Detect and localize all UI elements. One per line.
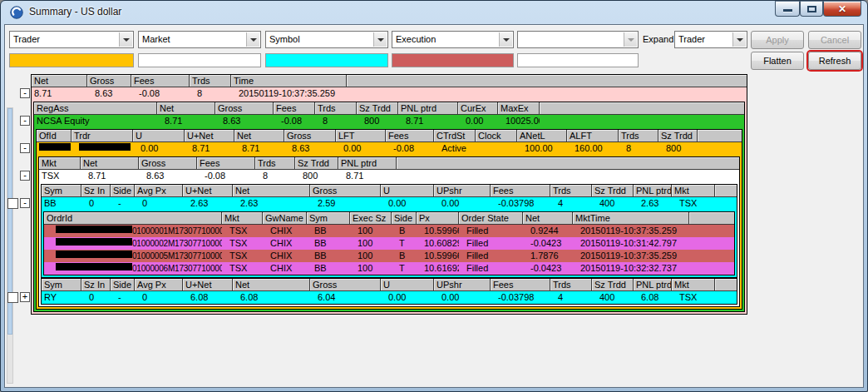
apply-button[interactable]: Apply [751, 31, 804, 49]
title-bar[interactable]: Summary - US dollar ✕ [1, 1, 867, 24]
header-cell: Net [157, 102, 215, 114]
data-cell: 20150119-10:37:35.259 [231, 87, 347, 100]
header-cell: Fees [491, 279, 550, 290]
header-cell: Trds [255, 157, 295, 169]
data-cell: TSX [672, 197, 715, 210]
header-cell: Avg Px [135, 185, 183, 196]
header-cell: Trds [550, 279, 592, 290]
ofid-row[interactable]: 0.008.718.718.630.00-0.08Active100.00160… [37, 142, 742, 155]
header-cell: Sym [307, 212, 350, 224]
header-cell: Sym [42, 279, 81, 290]
orders-row[interactable]: 01000006M173077100000TSXCHIXBB100T10.616… [44, 262, 734, 275]
vertical-scrollbar[interactable] [7, 107, 13, 384]
orders-group: OrdrIdMktGwNameSymExec SzSidePxOrder Sta… [42, 210, 737, 277]
refresh-button[interactable]: Refresh [808, 52, 861, 70]
maximize-button[interactable] [800, 1, 823, 17]
data-cell: CHIX [263, 250, 307, 262]
header-cell: Net [233, 279, 310, 290]
summary-expander[interactable]: - [20, 88, 30, 98]
dropdown-arrow-button[interactable] [119, 32, 132, 47]
execution-filter-field[interactable] [392, 53, 514, 67]
data-cell: 0 [81, 197, 111, 210]
sym_ry-row[interactable]: RY0-06.086.086.040.000.00-0.0379844006.0… [42, 291, 737, 304]
orders-row[interactable]: 01000001M173077100000TSXCHIXBB100B10.599… [44, 225, 734, 237]
data-cell: 0.00 [434, 197, 491, 210]
dropdown-arrow-button[interactable] [499, 32, 512, 47]
header-cell: U+Net [183, 185, 233, 196]
orders-row[interactable]: 01000005M173077100000TSXCHIXBB100B10.599… [44, 250, 734, 262]
data-cell: 01000002M173077100000 [44, 237, 222, 250]
data-cell: 800 [295, 170, 338, 182]
header-cell: Fees [131, 75, 190, 87]
dropdown-arrow-button[interactable] [373, 32, 387, 47]
orders-row[interactable]: 01000002M173077100000TSXCHIXBB100T10.608… [44, 237, 734, 250]
filler-cell [689, 250, 734, 262]
summary-row[interactable]: 8.718.63-0.08820150119-10:37:35.259 [32, 87, 747, 100]
execution-filter-dropdown[interactable]: Execution [392, 31, 514, 48]
minimize-button[interactable] [775, 1, 800, 17]
data-cell: NCSA Equity [34, 115, 157, 127]
mkt-row[interactable]: TSX8.718.63-0.0888008.71 [39, 170, 739, 182]
symbol-filter-dropdown[interactable]: Symbol [265, 31, 388, 48]
ofid-expander[interactable]: - [20, 143, 30, 153]
expand-dropdown-value: Trader [678, 34, 705, 44]
data-cell: 2.59 [310, 197, 381, 210]
header-cell: OfId [37, 130, 72, 141]
header-cell: Trds [190, 75, 231, 87]
close-button[interactable]: ✕ [823, 1, 861, 17]
header-cell: LFT [336, 130, 386, 141]
data-cell: 8.71 [32, 87, 87, 100]
flatten-button[interactable]: Flatten [751, 52, 804, 70]
data-cell: 20150119-10:31:42.797 [573, 237, 689, 250]
market-filter-dropdown[interactable]: Market [138, 31, 261, 48]
header-cell: Sz Trdd [295, 157, 338, 169]
filler-cell [397, 170, 739, 182]
sym_bb-expander[interactable]: - [20, 198, 30, 208]
data-cell: 8 [255, 170, 295, 182]
cancel-button[interactable]: Cancel [808, 31, 861, 49]
header-cell: Sz Trdd [592, 279, 634, 290]
sym_ry-expander[interactable]: + [20, 292, 30, 302]
symbol-filter-field[interactable] [265, 53, 388, 67]
dropdown-arrow-button[interactable] [246, 32, 259, 47]
data-cell: 160.00 [567, 142, 619, 155]
data-cell: 8.71 [81, 170, 139, 182]
header-cell: CurEx [458, 102, 498, 114]
header-cell: ALFT [567, 130, 619, 141]
expand-dropdown[interactable]: Trader [674, 31, 747, 48]
data-cell: 8.63 [215, 115, 274, 127]
sym_bb-row-checkbox[interactable] [7, 198, 18, 209]
data-cell: 2.63 [183, 197, 233, 210]
mkt-header-row: MktNetGrossFeesTrdsSz TrddPNL ptrd [39, 157, 739, 170]
extra-filter-field[interactable] [517, 53, 639, 67]
data-cell: 0.00 [336, 142, 386, 155]
redacted-value [56, 238, 132, 246]
header-cell: Net [234, 130, 284, 141]
data-cell: 10.608294 [417, 237, 459, 250]
data-cell: TSX [222, 237, 263, 250]
market-table: MktNetGrossFeesTrdsSz TrddPNL ptrdTSX8.7… [38, 156, 740, 307]
header-cell: U [381, 279, 434, 290]
header-cell: PNL ptrd [398, 102, 458, 114]
header-cell: Mkt [39, 157, 81, 169]
market-filter-field[interactable] [138, 53, 261, 67]
data-cell: 8.63 [284, 142, 336, 155]
header-cell: U+Net [185, 130, 234, 141]
sym_ry-row-checkbox[interactable] [7, 292, 18, 303]
regass-expander[interactable]: - [20, 116, 30, 126]
trader-filter-dropdown[interactable]: Trader [9, 31, 134, 48]
data-cell: 6.08 [183, 291, 233, 304]
regass-row[interactable]: NCSA Equity8.718.63-0.0888008.710.001002… [34, 115, 744, 127]
data-cell: - [111, 197, 135, 210]
header-cell: ANetL [517, 130, 567, 141]
filler-cell [347, 75, 747, 87]
sym_bb-row[interactable]: BB0-02.632.632.590.000.00-0.0379844002.6… [42, 197, 737, 210]
header-cell: PNL ptrd [338, 157, 397, 169]
trader-filter-field[interactable] [9, 53, 134, 67]
header-cell: Px [417, 212, 459, 224]
filler-cell [698, 142, 742, 155]
data-cell: 100 [350, 262, 392, 275]
mkt-expander[interactable]: - [20, 171, 30, 181]
dropdown-arrow-button[interactable] [732, 32, 746, 47]
data-cell: -0.03798 [491, 197, 550, 210]
